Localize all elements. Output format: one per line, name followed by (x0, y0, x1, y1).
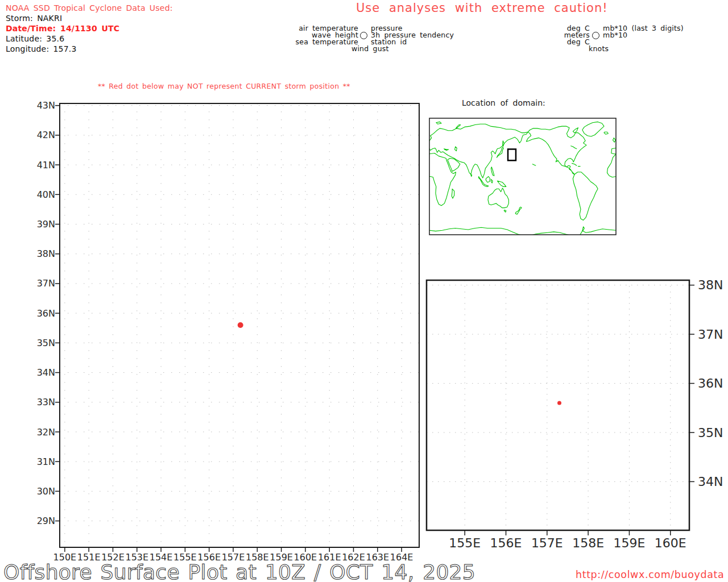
storm-position-dot (557, 401, 561, 405)
x-tick-label: 158E (572, 536, 604, 550)
y-tick-label: 30N (37, 486, 55, 497)
y-tick-label: 43N (37, 100, 55, 111)
y-tick-label: 38N (698, 278, 723, 292)
coastline (448, 159, 460, 172)
coastline (504, 210, 506, 212)
y-tick-label: 39N (37, 219, 55, 230)
coastline (573, 128, 578, 133)
coastline (444, 149, 449, 151)
x-tick-label: 156E (490, 536, 522, 550)
coastline (456, 125, 461, 128)
x-tick-label: 155E (449, 536, 481, 550)
coastline (429, 124, 528, 178)
coastline (471, 174, 472, 177)
y-tick-label: 37N (698, 327, 723, 342)
coastline (486, 177, 490, 182)
y-tick-label: 34N (698, 475, 723, 489)
coastline (455, 147, 457, 151)
coastline (572, 163, 577, 165)
coastline (611, 148, 616, 154)
coastline (532, 164, 536, 166)
coastline (491, 180, 493, 183)
coastline (491, 167, 494, 176)
source-url: http://coolwx.com/buoydata (576, 569, 724, 580)
coastline (436, 122, 441, 124)
y-tick-label: 36N (37, 308, 55, 319)
coastline (515, 207, 522, 214)
x-tick-label: 159E (613, 536, 645, 550)
domain-location-box (508, 149, 516, 160)
plot-frame (427, 280, 689, 530)
y-tick-label: 38N (37, 248, 55, 259)
zoom-plot: 155E156E157E158E159E160E34N35N36N37N38N (427, 278, 723, 550)
coastline (503, 141, 504, 147)
coastline (497, 181, 506, 186)
x-tick-label: 157E (531, 536, 563, 550)
plots-canvas: 150E151E152E153E154E155E156E157E158E159E… (0, 0, 728, 582)
coastline (613, 138, 616, 143)
y-tick-label: 35N (37, 338, 55, 348)
y-tick-label: 35N (698, 426, 723, 440)
coastline (582, 122, 604, 136)
y-tick-label: 36N (698, 376, 723, 390)
storm-position-dot (238, 322, 243, 328)
coastline (604, 132, 608, 134)
x-tick-label: 160E (655, 536, 686, 550)
y-tick-label: 41N (37, 160, 55, 171)
coastline (429, 153, 456, 206)
coastline (571, 146, 577, 149)
coastline (429, 227, 616, 235)
coastline (573, 172, 598, 221)
y-tick-label: 32N (37, 427, 55, 438)
main-plot: 150E151E152E153E154E155E156E157E158E159E… (37, 100, 419, 563)
page-title: Offshore Surface Plot at 10Z / OCT 14, 2… (3, 560, 475, 582)
y-tick-label: 40N (37, 189, 55, 200)
y-tick-label: 42N (37, 130, 55, 140)
coastline (488, 188, 508, 208)
coastline (452, 189, 454, 198)
world-map-inset (429, 118, 616, 235)
y-tick-label: 33N (37, 397, 55, 408)
y-tick-label: 34N (37, 367, 55, 378)
coastline (526, 126, 586, 174)
coastline (607, 154, 617, 177)
y-tick-label: 29N (37, 516, 55, 526)
y-tick-label: 31N (37, 456, 55, 467)
y-tick-label: 37N (37, 278, 55, 289)
